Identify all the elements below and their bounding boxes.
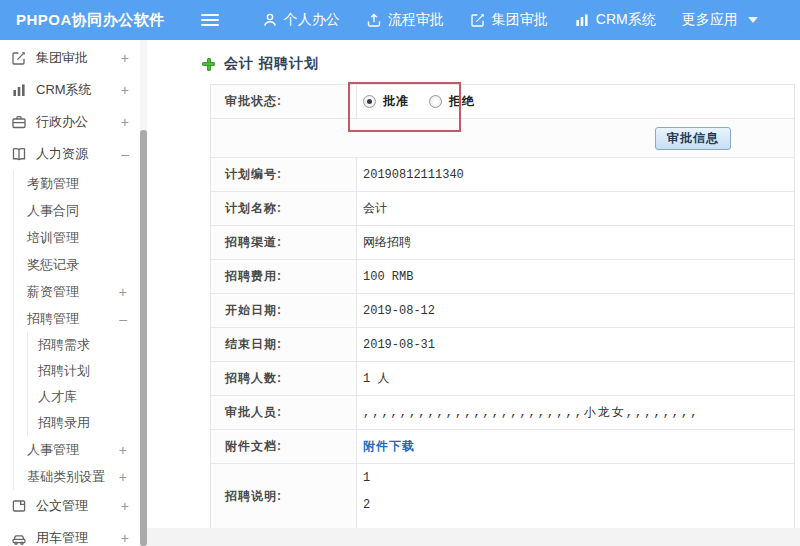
expand-plus-icon[interactable]: + [119,285,127,299]
main-content: 会计 招聘计划 审批状态: 批准 拒绝 审批信息 计划编号: 201908121… [147,40,800,546]
nav-item-more-apps[interactable]: 更多应用 [669,0,771,40]
expand-plus-icon[interactable]: + [121,115,129,129]
field-value: 网络招聘 [357,226,794,259]
sidebar-item-label: 培训管理 [27,229,79,247]
sidebar-item-salary[interactable]: 薪资管理 + [14,278,147,305]
sidebar-item-label: 人才库 [38,388,77,406]
expand-plus-icon[interactable]: + [121,51,129,65]
table-row-end-date: 结束日期: 2019-08-31 [211,328,794,362]
sidebar-item-label: 行政办公 [36,113,88,131]
sidebar-menu: 集团审批 + CRM系统 + 行政办公 + 人力资源 – 考勤管理 人事合同 培… [0,40,147,546]
field-label: 计划名称: [211,192,357,225]
sidebar-item-label: 基础类别设置 [27,468,105,486]
field-label: 审批人员: [211,396,357,429]
table-row-attachment: 附件文档: 附件下载 [211,430,794,464]
sidebar-item-crm-system[interactable]: CRM系统 + [0,74,147,106]
field-value: 20190812111340 [357,158,794,191]
navbar: PHPOA协同办公软件 个人办公 流程审批 集团审批 CRM系统 更多应用 [0,0,800,40]
table-row-recruit-cost: 招聘费用: 100 RMB [211,260,794,294]
radio-reject[interactable] [429,95,442,108]
nav-item-label: 集团审批 [492,11,548,29]
attachment-download-link[interactable]: 附件下载 [363,438,415,455]
sidebar-item-personnel-mgmt[interactable]: 人事管理 + [14,436,147,463]
field-label: 附件文档: [211,430,357,463]
nav-item-label: 个人办公 [284,11,340,29]
field-label: 审批状态: [211,85,357,118]
sidebar-item-label: 人事管理 [27,441,79,459]
radio-approve-label: 批准 [383,93,409,110]
edit-square-icon [470,12,486,28]
sidebar-item-rewards[interactable]: 奖惩记录 [14,251,147,278]
table-row-start-date: 开始日期: 2019-08-12 [211,294,794,328]
expand-plus-icon[interactable]: + [121,83,129,97]
sidebar-item-label: 奖惩记录 [27,256,79,274]
sidebar-item-vehicles[interactable]: 用车管理 + [0,522,147,546]
nav-item-label: 流程审批 [388,11,444,29]
expand-plus-icon[interactable]: + [119,470,127,484]
field-label: 计划编号: [211,158,357,191]
expand-plus-icon[interactable]: + [121,531,129,545]
sidebar-submenu-hr: 考勤管理 人事合同 培训管理 奖惩记录 薪资管理 + 招聘管理 – 招聘需求 招… [13,170,147,490]
collapse-minus-icon[interactable]: – [119,312,127,326]
field-value: 附件下载 [357,430,794,463]
field-value: 会计 [357,192,794,225]
table-row-approval-status: 审批状态: 批准 拒绝 [211,85,794,119]
page-title: 会计 招聘计划 [202,55,319,73]
sidebar-item-label: 人事合同 [27,202,79,220]
field-label: 招聘渠道: [211,226,357,259]
table-row-approval-action: 审批信息 [211,119,794,158]
table-row-recruit-channel: 招聘渠道: 网络招聘 [211,226,794,260]
nav-item-crm-system[interactable]: CRM系统 [561,0,669,40]
sidebar-item-hr-contract[interactable]: 人事合同 [14,197,147,224]
person-icon [262,12,278,28]
sidebar-item-recruit-demand[interactable]: 招聘需求 [28,332,147,358]
field-label: 开始日期: [211,294,357,327]
sidebar-item-training[interactable]: 培训管理 [14,224,147,251]
field-value: 1 人 [357,362,794,395]
sidebar-item-attendance[interactable]: 考勤管理 [14,170,147,197]
nav-item-workflow-approval[interactable]: 流程审批 [353,0,457,40]
nav-item-group-approval[interactable]: 集团审批 [457,0,561,40]
radio-approve[interactable] [363,95,376,108]
app-logo: PHPOA协同办公软件 [16,11,165,30]
expand-plus-icon[interactable]: + [121,499,129,513]
description-line: 1 [363,471,794,485]
nav-item-personal-office[interactable]: 个人办公 [249,0,353,40]
sidebar-item-recruit-hire[interactable]: 招聘录用 [28,410,147,436]
sidebar-item-label: 人力资源 [36,145,88,163]
bar-chart-icon [11,82,27,98]
sidebar-item-talent-pool[interactable]: 人才库 [28,384,147,410]
content-bottom-strip [147,528,800,546]
field-value: 1 2 [357,464,794,529]
collapse-minus-icon[interactable]: – [121,147,129,161]
sidebar-item-recruit-mgmt[interactable]: 招聘管理 – [14,305,147,332]
sidebar-item-human-resources[interactable]: 人力资源 – [0,138,147,170]
sidebar-item-group-approval[interactable]: 集团审批 + [0,42,147,74]
field-label: 招聘费用: [211,260,357,293]
sidebar-item-documents[interactable]: 公文管理 + [0,490,147,522]
table-row-plan-number: 计划编号: 20190812111340 [211,158,794,192]
sidebar-scrollbar-thumb[interactable] [140,130,147,546]
sidebar-item-label: 薪资管理 [27,283,79,301]
hamburger-menu-icon[interactable] [201,11,219,29]
sidebar-item-label: 公文管理 [36,497,88,515]
sidebar-item-admin-office[interactable]: 行政办公 + [0,106,147,138]
field-value: 2019-08-31 [357,328,794,361]
nav-item-label: CRM系统 [596,11,656,29]
caret-down-icon [748,17,758,23]
sidebar-item-base-categories[interactable]: 基础类别设置 + [14,463,147,490]
sidebar-scrollbar-track [140,40,147,546]
sidebar-item-label: 考勤管理 [27,175,79,193]
description-line: 2 [363,498,794,512]
field-value: ,,,,,,,,,,,,,,,,,,,,,,,,小龙女,,,,,,,, [357,396,794,429]
field-value: 2019-08-12 [357,294,794,327]
sidebar: 集团审批 + CRM系统 + 行政办公 + 人力资源 – 考勤管理 人事合同 培… [0,40,147,546]
sidebar-item-label: 招聘管理 [27,310,79,328]
approval-info-button[interactable]: 审批信息 [655,127,731,150]
field-label: 结束日期: [211,328,357,361]
sidebar-item-recruit-plan[interactable]: 招聘计划 [28,358,147,384]
book-icon [11,146,27,162]
document-icon [11,498,27,514]
sidebar-item-label: CRM系统 [36,81,92,99]
expand-plus-icon[interactable]: + [119,443,127,457]
